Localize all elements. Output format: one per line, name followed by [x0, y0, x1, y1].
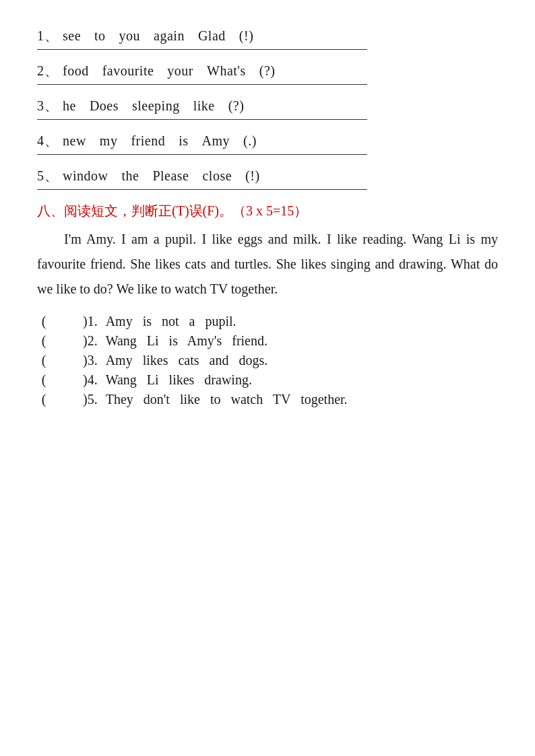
word-3-4: like	[193, 98, 215, 114]
item-number-2: 2、	[37, 62, 63, 80]
tf-text-5: They don't like to watch TV together.	[106, 392, 348, 407]
punctuation-3: (?)	[228, 98, 245, 114]
word-4-2: my	[100, 133, 118, 149]
word-2-2: favourite	[102, 63, 154, 79]
scramble-item-4: 4、 new my friend is Amy (.)	[37, 132, 498, 150]
item-number-1: 1、	[37, 27, 63, 45]
divider-1	[37, 49, 367, 50]
item-words-5: window the Please close (!)	[63, 168, 260, 184]
divider-5	[37, 189, 367, 190]
tf-item-2: ( )2. Wang Li is Amy's friend.	[37, 333, 498, 349]
tf-space-4	[53, 372, 80, 388]
scramble-section: 1、 see to you again Glad (!) 2、 food fav…	[37, 27, 498, 190]
scramble-item-2: 2、 food favourite your What's (?)	[37, 62, 498, 80]
punctuation-5: (!)	[245, 168, 259, 184]
word-4-1: new	[63, 133, 86, 149]
tf-item-1: ( )1. Amy is not a pupil.	[37, 314, 498, 329]
tf-questions: ( )1. Amy is not a pupil. ( )2. Wang Li …	[37, 314, 498, 407]
word-5-2: the	[121, 168, 139, 184]
tf-label-3: )3.	[83, 353, 98, 368]
reading-title: 阅读短文，判断正(T)误(F)。（3 x 5=15）	[64, 203, 307, 218]
tf-space-2	[53, 333, 80, 349]
punctuation-1: (!)	[239, 28, 253, 44]
word-4-5: Amy	[202, 133, 230, 149]
tf-space-5	[53, 392, 80, 407]
word-2-4: What's	[207, 63, 246, 79]
tf-bracket-left-3: (	[37, 353, 51, 368]
punctuation-2: (?)	[259, 63, 276, 79]
word-5-3: Please	[152, 168, 189, 184]
tf-bracket-left-1: (	[37, 314, 51, 329]
word-4-3: friend	[131, 133, 165, 149]
word-1-4: again	[154, 28, 185, 44]
word-1-3: you	[119, 28, 141, 44]
reading-section-label: 八、	[37, 203, 64, 218]
reading-header: 八、阅读短文，判断正(T)误(F)。（3 x 5=15）	[37, 202, 498, 220]
tf-text-3: Amy likes cats and dogs.	[106, 353, 268, 368]
item-words-2: food favourite your What's (?)	[63, 63, 275, 79]
word-1-2: to	[94, 28, 106, 44]
word-3-3: sleeping	[132, 98, 180, 114]
tf-item-4: ( )4. Wang Li likes drawing.	[37, 372, 498, 388]
tf-space-3	[53, 353, 80, 368]
word-4-4: is	[179, 133, 188, 149]
tf-bracket-left-2: (	[37, 333, 51, 349]
divider-2	[37, 84, 367, 85]
tf-label-2: )2.	[83, 333, 98, 349]
divider-4	[37, 154, 367, 155]
word-1-1: see	[63, 28, 81, 44]
tf-bracket-left-4: (	[37, 372, 51, 388]
item-words-3: he Does sleeping like (?)	[63, 98, 244, 114]
tf-space-1	[53, 314, 80, 329]
item-number-5: 5、	[37, 167, 63, 185]
tf-item-5: ( )5. They don't like to watch TV togeth…	[37, 392, 498, 407]
scramble-item-5: 5、 window the Please close (!)	[37, 167, 498, 185]
reading-passage: I'm Amy. I am a pupil. I like eggs and m…	[37, 227, 498, 302]
tf-label-5: )5.	[83, 392, 98, 407]
item-number-3: 3、	[37, 97, 63, 115]
word-5-1: window	[63, 168, 108, 184]
tf-text-2: Wang Li is Amy's friend.	[106, 333, 268, 349]
word-5-4: close	[202, 168, 232, 184]
tf-bracket-left-5: (	[37, 392, 51, 407]
tf-text-4: Wang Li likes drawing.	[106, 372, 252, 388]
item-number-4: 4、	[37, 132, 63, 150]
reading-section: 八、阅读短文，判断正(T)误(F)。（3 x 5=15） I'm Amy. I …	[37, 202, 498, 407]
word-2-1: food	[63, 63, 89, 79]
tf-item-3: ( )3. Amy likes cats and dogs.	[37, 353, 498, 368]
item-words-4: new my friend is Amy (.)	[63, 133, 257, 149]
tf-text-1: Amy is not a pupil.	[106, 314, 237, 329]
punctuation-4: (.)	[243, 133, 257, 149]
tf-label-1: )1.	[83, 314, 98, 329]
tf-label-4: )4.	[83, 372, 98, 388]
word-3-1: he	[63, 98, 76, 114]
word-1-5: Glad	[198, 28, 226, 44]
item-words-1: see to you again Glad (!)	[63, 28, 253, 44]
scramble-item-3: 3、 he Does sleeping like (?)	[37, 97, 498, 115]
scramble-item-1: 1、 see to you again Glad (!)	[37, 27, 498, 45]
word-3-2: Does	[90, 98, 119, 114]
divider-3	[37, 119, 367, 120]
word-2-3: your	[167, 63, 193, 79]
